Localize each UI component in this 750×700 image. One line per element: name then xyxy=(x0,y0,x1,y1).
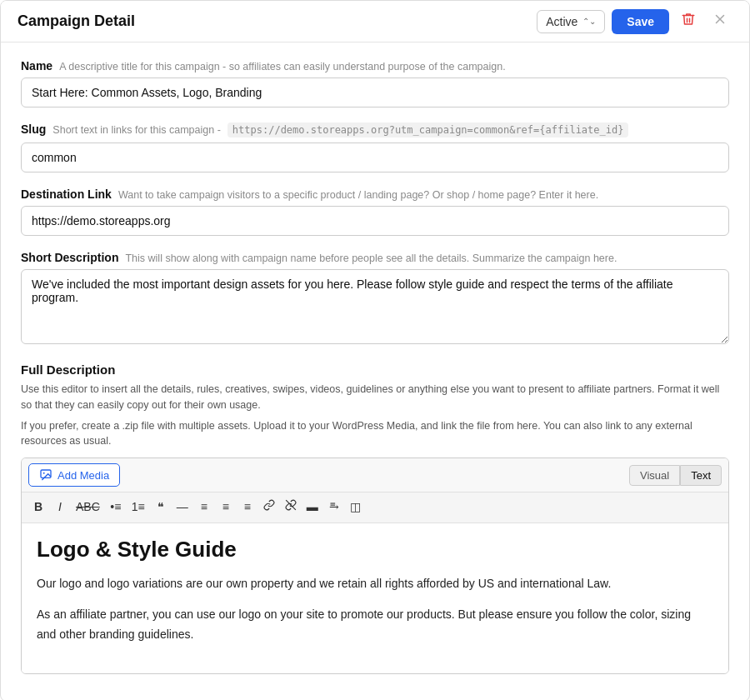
main-content: Name A descriptive title for this campai… xyxy=(1,42,749,700)
destination-input[interactable] xyxy=(21,206,729,236)
toolbar-strikethrough[interactable]: ABC xyxy=(72,497,104,518)
toolbar-unlink[interactable] xyxy=(281,497,301,518)
slug-hint: Short text in links for this campaign - xyxy=(52,124,220,136)
destination-hint: Want to take campaign visitors to a spec… xyxy=(118,189,598,201)
toolbar-unordered-list[interactable]: •≡ xyxy=(106,497,126,518)
short-desc-hint: This will show along with campaign name … xyxy=(125,252,617,264)
toolbar-align-right[interactable]: ≡ xyxy=(238,497,258,518)
slug-field-group: Slug Short text in links for this campai… xyxy=(21,122,729,172)
slug-label: Slug xyxy=(21,122,46,136)
tab-visual[interactable]: Visual xyxy=(629,465,680,486)
editor-body[interactable]: Logo & Style Guide Our logo and logo var… xyxy=(22,523,728,673)
trash-icon xyxy=(681,12,696,27)
toolbar-align-left[interactable]: ≡ xyxy=(194,497,214,518)
short-desc-input[interactable]: We've included the most important design… xyxy=(21,269,729,344)
add-media-button[interactable]: Add Media xyxy=(28,463,120,487)
short-desc-label: Short Description xyxy=(21,251,118,264)
status-label: Active xyxy=(546,15,578,28)
header-actions: Active ⌃⌄ Save xyxy=(537,8,732,34)
name-label-row: Name A descriptive title for this campai… xyxy=(21,59,729,72)
toolbar-blockquote[interactable]: ❝ xyxy=(151,497,171,518)
full-desc-hint2: If you prefer, create a .zip file with m… xyxy=(21,418,729,450)
destination-label: Destination Link xyxy=(21,188,112,201)
delete-button[interactable] xyxy=(676,8,701,34)
slug-input[interactable] xyxy=(21,142,729,172)
name-label: Name xyxy=(21,59,52,72)
view-tabs: Visual Text xyxy=(629,465,722,486)
page-header: Campaign Detail Active ⌃⌄ Save xyxy=(1,1,749,42)
editor-topbar: Add Media Visual Text xyxy=(22,458,728,492)
toolbar-horizontal-rule[interactable]: — xyxy=(172,497,192,518)
toolbar-insert-row[interactable]: ▬ xyxy=(302,497,322,518)
editor-para1: Our logo and logo variations are our own… xyxy=(37,574,713,594)
full-desc-field-group: Full Description Use this editor to inse… xyxy=(21,362,729,674)
save-button[interactable]: Save xyxy=(612,9,669,34)
toolbar-italic[interactable]: I xyxy=(50,497,70,518)
editor-container: Add Media Visual Text B I ABC •≡ 1≡ ❝ — … xyxy=(21,458,729,674)
editor-toolbar: B I ABC •≡ 1≡ ❝ — ≡ ≡ ≡ ▬ ⥱ ◫ xyxy=(22,492,728,523)
toolbar-link[interactable] xyxy=(259,497,279,518)
full-desc-title: Full Description xyxy=(21,362,729,377)
toolbar-ordered-list[interactable]: 1≡ xyxy=(128,497,149,518)
destination-label-row: Destination Link Want to take campaign v… xyxy=(21,188,729,201)
short-desc-label-row: Short Description This will show along w… xyxy=(21,251,729,264)
link-icon xyxy=(263,499,275,511)
full-desc-hint1: Use this editor to insert all the detail… xyxy=(21,382,729,413)
slug-url-hint: https://demo.storeapps.org?utm_campaign=… xyxy=(228,122,629,138)
close-icon xyxy=(712,12,728,27)
page-title: Campaign Detail xyxy=(18,12,135,30)
svg-point-3 xyxy=(43,472,45,474)
name-input[interactable] xyxy=(21,78,729,108)
toolbar-fullscreen[interactable]: ⥱ xyxy=(324,497,344,518)
editor-para2: As an affiliate partner, you can use our… xyxy=(37,605,713,645)
destination-link-field-group: Destination Link Want to take campaign v… xyxy=(21,188,729,236)
editor-heading: Logo & Style Guide xyxy=(37,537,713,562)
short-desc-field-group: Short Description This will show along w… xyxy=(21,251,729,348)
status-dropdown[interactable]: Active ⌃⌄ xyxy=(537,10,605,33)
toolbar-table[interactable]: ◫ xyxy=(346,497,366,518)
media-icon xyxy=(39,468,52,482)
chevron-down-icon: ⌃⌄ xyxy=(582,17,596,26)
unlink-icon xyxy=(285,499,297,511)
close-button[interactable] xyxy=(708,8,732,34)
slug-label-row: Slug Short text in links for this campai… xyxy=(21,122,729,138)
name-hint: A descriptive title for this campaign - … xyxy=(59,61,505,72)
toolbar-bold[interactable]: B xyxy=(28,497,48,518)
add-media-label: Add Media xyxy=(58,469,109,482)
tab-text[interactable]: Text xyxy=(680,465,722,486)
name-field-group: Name A descriptive title for this campai… xyxy=(21,59,729,108)
toolbar-align-center[interactable]: ≡ xyxy=(216,497,236,518)
